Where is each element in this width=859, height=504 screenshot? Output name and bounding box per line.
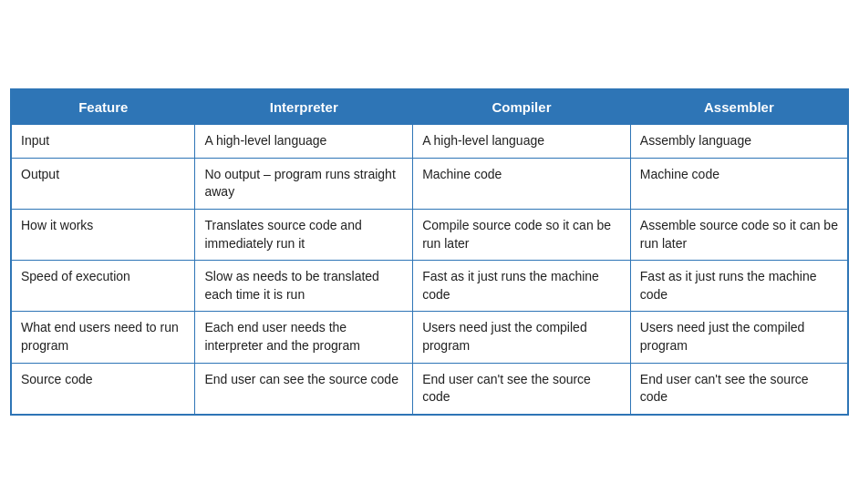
cell-row3-compiler: Fast as it just runs the machine code xyxy=(413,261,631,312)
cell-row2-assembler: Assemble source code so it can be run la… xyxy=(630,210,848,261)
cell-row1-feature: Output xyxy=(11,158,195,209)
cell-row0-interpreter: A high-level language xyxy=(195,125,413,159)
header-interpreter: Interpreter xyxy=(195,89,413,125)
table-row: OutputNo output – program runs straight … xyxy=(11,158,848,209)
cell-row3-feature: Speed of execution xyxy=(11,261,195,312)
table-row: Source codeEnd user can see the source c… xyxy=(11,363,848,415)
cell-row2-interpreter: Translates source code and immediately r… xyxy=(195,210,413,261)
header-compiler: Compiler xyxy=(413,89,631,125)
comparison-table-wrapper: Feature Interpreter Compiler Assembler I… xyxy=(10,88,849,416)
cell-row0-assembler: Assembly language xyxy=(630,125,848,159)
table-row: InputA high-level languageA high-level l… xyxy=(11,125,848,159)
cell-row5-feature: Source code xyxy=(11,363,195,415)
cell-row3-interpreter: Slow as needs to be translated each time… xyxy=(195,261,413,312)
cell-row5-compiler: End user can't see the source code xyxy=(413,363,631,415)
cell-row1-assembler: Machine code xyxy=(630,158,848,209)
cell-row1-interpreter: No output – program runs straight away xyxy=(195,158,413,209)
header-feature: Feature xyxy=(11,89,195,125)
cell-row4-feature: What end users need to run program xyxy=(11,312,195,363)
table-row: What end users need to run programEach e… xyxy=(11,312,848,363)
comparison-table: Feature Interpreter Compiler Assembler I… xyxy=(10,88,849,416)
cell-row1-compiler: Machine code xyxy=(413,158,631,209)
header-assembler: Assembler xyxy=(630,89,848,125)
cell-row5-assembler: End user can't see the source code xyxy=(630,363,848,415)
table-row: How it worksTranslates source code and i… xyxy=(11,210,848,261)
table-row: Speed of executionSlow as needs to be tr… xyxy=(11,261,848,312)
cell-row5-interpreter: End user can see the source code xyxy=(195,363,413,415)
cell-row2-compiler: Compile source code so it can be run lat… xyxy=(413,210,631,261)
cell-row2-feature: How it works xyxy=(11,210,195,261)
cell-row4-assembler: Users need just the compiled program xyxy=(630,312,848,363)
cell-row4-interpreter: Each end user needs the interpreter and … xyxy=(195,312,413,363)
cell-row3-assembler: Fast as it just runs the machine code xyxy=(630,261,848,312)
cell-row0-compiler: A high-level language xyxy=(413,125,631,159)
header-row: Feature Interpreter Compiler Assembler xyxy=(11,89,848,125)
cell-row4-compiler: Users need just the compiled program xyxy=(413,312,631,363)
cell-row0-feature: Input xyxy=(11,125,195,159)
